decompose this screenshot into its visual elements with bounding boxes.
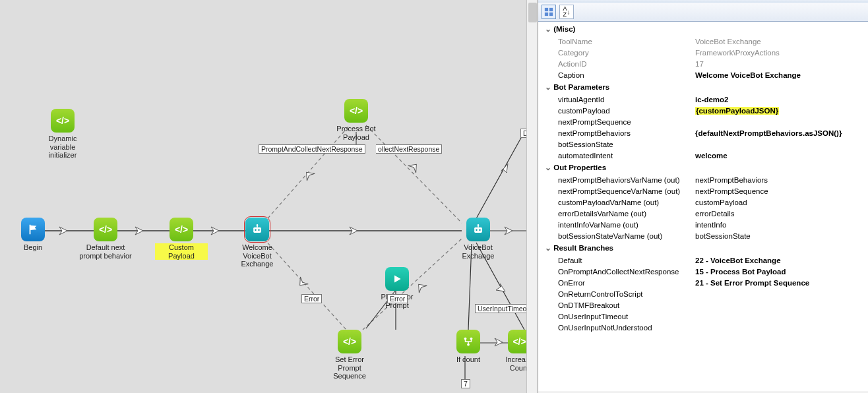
property-group-header[interactable]: ⌄ (Misc) bbox=[540, 23, 867, 35]
property-key: OnPromptAndCollectNextResponse bbox=[540, 266, 691, 276]
property-value[interactable]: 21 - Set Error Prompt Sequence bbox=[693, 278, 867, 287]
svg-marker-19 bbox=[408, 161, 421, 173]
property-row[interactable]: CaptionWelcome VoiceBot Exchange bbox=[540, 70, 867, 80]
property-value[interactable]: botSessionState bbox=[693, 231, 867, 241]
svg-rect-41 bbox=[549, 8, 553, 11]
node-label: Custom Payload bbox=[155, 243, 208, 260]
svg-rect-26 bbox=[253, 227, 261, 233]
flow-canvas[interactable]: Begin </> Dynamic variable initializer <… bbox=[0, 0, 538, 393]
svg-rect-42 bbox=[545, 13, 548, 16]
property-row[interactable]: ActionID17 bbox=[540, 59, 867, 69]
property-row[interactable]: OnDTMFBreakout bbox=[540, 300, 867, 310]
property-value[interactable] bbox=[693, 139, 867, 149]
property-key: nextPromptSequence bbox=[540, 117, 691, 127]
code-icon: </> bbox=[94, 218, 117, 241]
property-value[interactable]: VoiceBot Exchange bbox=[693, 36, 867, 46]
properties-toolbar: AZ↓ bbox=[538, 3, 868, 22]
node-set-error-prompt-sequence[interactable]: </> Set Error Prompt Sequence bbox=[323, 330, 376, 380]
property-value[interactable]: Welcome VoiceBot Exchange bbox=[693, 70, 867, 80]
property-row[interactable]: OnError21 - Set Error Prompt Sequence bbox=[540, 278, 867, 287]
svg-point-32 bbox=[476, 229, 478, 231]
property-key: OnError bbox=[540, 278, 691, 287]
svg-rect-40 bbox=[545, 8, 548, 11]
svg-marker-25 bbox=[496, 284, 505, 291]
property-row[interactable]: CategoryFramework\ProxyActions bbox=[540, 47, 867, 57]
property-row[interactable]: Default22 - VoiceBot Exchange bbox=[540, 255, 867, 265]
property-row[interactable]: OnUserInputNotUnderstood bbox=[540, 322, 867, 332]
property-value[interactable] bbox=[693, 289, 867, 299]
node-default-next-prompt-behavior[interactable]: </> Default next prompt behavior bbox=[79, 218, 132, 260]
node-label: Process Bot Payload bbox=[330, 125, 383, 141]
property-key: intentInfoVarName (out) bbox=[540, 220, 691, 229]
code-icon: </> bbox=[51, 109, 75, 133]
property-value[interactable]: nextPromptBehaviors bbox=[693, 175, 867, 185]
property-row[interactable]: botSessionState bbox=[540, 139, 867, 149]
property-key: errorDetailsVarName (out) bbox=[540, 208, 691, 218]
property-row[interactable]: virtualAgentIdic-demo2 bbox=[540, 94, 867, 104]
property-key: customPayloadVarName (out) bbox=[540, 197, 691, 207]
node-dynamic-variable-initializer[interactable]: </> Dynamic variable initializer bbox=[36, 109, 89, 160]
property-row[interactable]: errorDetailsVarName (out)errorDetails bbox=[540, 208, 867, 218]
property-row[interactable]: OnReturnControlToScript bbox=[540, 289, 867, 299]
bot-icon bbox=[245, 218, 269, 241]
property-value[interactable]: Framework\ProxyActions bbox=[693, 47, 867, 57]
svg-line-5 bbox=[475, 132, 524, 221]
property-key: Default bbox=[540, 255, 691, 265]
property-group-header[interactable]: ⌄ Result Branches bbox=[540, 242, 867, 254]
property-value[interactable] bbox=[693, 117, 867, 127]
node-begin[interactable]: Begin bbox=[7, 218, 59, 252]
property-row[interactable]: OnPromptAndCollectNextResponse15 - Proce… bbox=[540, 266, 867, 276]
sort-categorized-button[interactable] bbox=[542, 5, 556, 19]
property-value[interactable]: customPayload bbox=[693, 197, 867, 207]
svg-point-33 bbox=[479, 229, 481, 231]
property-row[interactable]: customPayload{customPayloadJSON} bbox=[540, 106, 867, 115]
canvas-scrollbar[interactable] bbox=[526, 0, 538, 393]
property-value[interactable]: 17 bbox=[693, 59, 867, 69]
node-process-bot-payload[interactable]: </> Process Bot Payload bbox=[330, 99, 383, 141]
sort-alphabetical-button[interactable]: AZ↓ bbox=[559, 5, 574, 19]
property-value[interactable] bbox=[693, 322, 867, 332]
property-value[interactable]: ic-demo2 bbox=[693, 94, 867, 104]
properties-grid-scroll[interactable]: ⌄ (Misc)ToolNameVoiceBot ExchangeCategor… bbox=[538, 22, 868, 392]
property-row[interactable]: nextPromptSequence bbox=[540, 117, 867, 127]
svg-rect-43 bbox=[549, 13, 553, 16]
chevron-down-icon: ⌄ bbox=[545, 24, 551, 34]
property-row[interactable]: ToolNameVoiceBot Exchange bbox=[540, 36, 867, 46]
node-if-count[interactable]: If count bbox=[442, 330, 495, 364]
property-value[interactable]: 15 - Process Bot Payload bbox=[693, 266, 867, 276]
property-row[interactable]: nextPromptSequenceVarName (out)nextPromp… bbox=[540, 186, 867, 196]
property-value[interactable]: 22 - VoiceBot Exchange bbox=[693, 255, 867, 265]
scrollbar-thumb[interactable] bbox=[528, 3, 537, 22]
branch-icon bbox=[456, 330, 480, 353]
properties-panel: AZ↓ ⌄ (Misc)ToolNameVoiceBot ExchangeCat… bbox=[538, 0, 868, 393]
property-value[interactable]: intentInfo bbox=[693, 220, 867, 229]
svg-marker-16 bbox=[211, 227, 219, 235]
property-value[interactable]: welcome bbox=[693, 150, 867, 160]
svg-marker-14 bbox=[59, 227, 67, 235]
property-key: nextPromptSequenceVarName (out) bbox=[540, 186, 691, 196]
property-row[interactable]: intentInfoVarName (out)intentInfo bbox=[540, 220, 867, 229]
edge-label-error-1: Error bbox=[301, 294, 322, 303]
property-value[interactable] bbox=[693, 311, 867, 321]
property-group-header[interactable]: ⌄ Out Properties bbox=[540, 162, 867, 173]
property-row[interactable]: customPayloadVarName (out)customPayload bbox=[540, 197, 867, 207]
edge-label-collect-next: ollectNextResponse bbox=[376, 144, 442, 154]
property-row[interactable]: automatedIntentwelcome bbox=[540, 150, 867, 160]
node-label: If count bbox=[442, 355, 495, 364]
property-value[interactable]: {customPayloadJSON} bbox=[693, 106, 867, 115]
property-row[interactable]: botSessionStateVarName (out)botSessionSt… bbox=[540, 231, 867, 241]
property-group-header[interactable]: ⌄ Bot Parameters bbox=[540, 81, 867, 93]
property-value[interactable]: {defaultNextPromptBehaviors.asJSON()} bbox=[693, 128, 867, 138]
node-voicebot-exchange[interactable]: VoiceBot Exchange bbox=[452, 218, 505, 260]
chevron-down-icon: ⌄ bbox=[545, 82, 551, 92]
svg-marker-17 bbox=[350, 227, 357, 235]
node-custom-payload[interactable]: </> Custom Payload bbox=[155, 218, 208, 261]
node-welcome-voicebot-exchange[interactable]: Welcome VoiceBot Exchange bbox=[231, 218, 284, 268]
property-value[interactable]: errorDetails bbox=[693, 208, 867, 218]
property-value[interactable] bbox=[693, 300, 867, 310]
property-row[interactable]: OnUserInputTimeout bbox=[540, 311, 867, 321]
svg-marker-15 bbox=[135, 227, 143, 235]
property-value[interactable]: nextPromptSequence bbox=[693, 186, 867, 196]
property-row[interactable]: nextPromptBehaviorsVarName (out)nextProm… bbox=[540, 175, 867, 185]
property-row[interactable]: nextPromptBehaviors{defaultNextPromptBeh… bbox=[540, 128, 867, 138]
